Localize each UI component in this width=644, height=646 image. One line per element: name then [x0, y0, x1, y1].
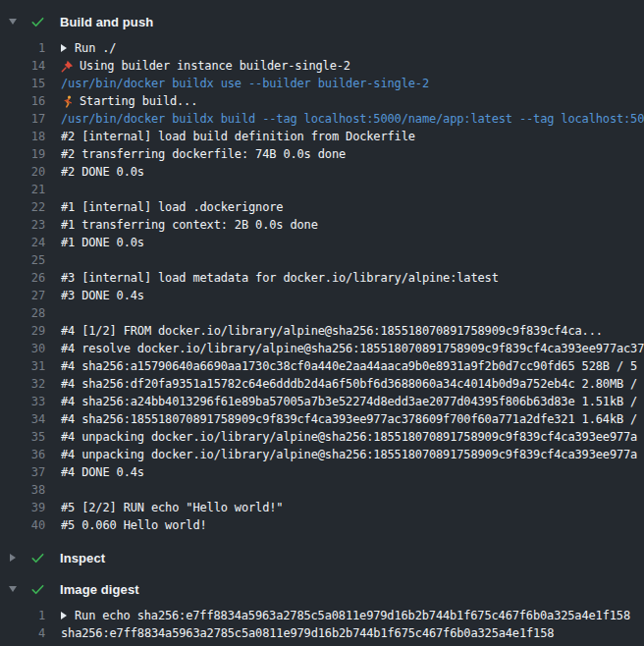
line-number-link[interactable]: 22 [0, 198, 45, 216]
log-line: 20 #2 DONE 0.0s [0, 163, 644, 181]
line-number-link[interactable]: 4 [0, 624, 45, 642]
line-number-link[interactable]: 19 [0, 145, 45, 163]
line-number-link[interactable]: 23 [0, 216, 45, 234]
log-text: #4 resolve docker.io/library/alpine@sha2… [61, 340, 644, 357]
line-number-link[interactable]: 20 [0, 163, 45, 181]
log-line: 18 #2 [internal] load build definition f… [0, 128, 644, 145]
log-line: 34 #4 sha256:185518070891758909c9f839cf4… [0, 410, 644, 428]
chevron-right-icon[interactable] [7, 554, 18, 562]
log-text: #2 [internal] load build definition from… [61, 128, 415, 145]
line-number-link[interactable]: 26 [0, 269, 45, 287]
line-number-link[interactable]: 34 [0, 410, 45, 428]
log-text: #2 DONE 0.0s [61, 163, 144, 181]
log-text: Using builder instance builder-single-2 [80, 57, 350, 75]
line-number-link[interactable]: 29 [0, 322, 45, 340]
log-text: #1 transferring context: 2B 0.0s done [61, 216, 318, 234]
chevron-down-icon[interactable] [7, 586, 18, 592]
log-line: 31 #4 sha256:a15790640a6690aa1730c38cf0a… [0, 357, 644, 375]
log-line: 35 #4 unpacking docker.io/library/alpine… [0, 428, 644, 446]
line-number-link[interactable]: 28 [0, 304, 45, 322]
line-number-link[interactable]: 18 [0, 128, 45, 145]
expand-run-icon[interactable] [61, 44, 67, 52]
section-inspect: Inspect [0, 542, 644, 573]
pushpin-icon [61, 60, 74, 73]
log-line: 27 #3 DONE 0.4s [0, 287, 644, 304]
log-text: /usr/bin/docker buildx use --builder bui… [61, 75, 429, 92]
log-line: 22 #1 [internal] load .dockerignore [0, 198, 644, 216]
log-text: sha256:e7ff8834a5963a2785c5a0811e979d16b… [61, 624, 554, 642]
log-line: 32 #4 sha256:df20fa9351a15782c64e6dddb2d… [0, 375, 644, 393]
log-line: 37 #4 DONE 0.4s [0, 463, 644, 481]
log-text: #4 sha256:a24bb4013296f61e89ba57005a7b3e… [61, 393, 637, 410]
log-text: Starting build... [80, 92, 197, 110]
section-build-and-push: Build and push 1 Run ./ 14 [0, 6, 644, 534]
line-number-link[interactable]: 27 [0, 287, 45, 304]
workflow-log-console: Build and push 1 Run ./ 14 [0, 0, 644, 642]
line-number-link[interactable]: 1 [0, 39, 45, 57]
log-line: 38 [0, 481, 644, 499]
success-check-icon [30, 551, 45, 565]
line-number-link[interactable]: 16 [0, 92, 45, 110]
line-number-link[interactable]: 38 [0, 481, 45, 499]
log-line: 36 #4 unpacking docker.io/library/alpine… [0, 446, 644, 463]
log-text: Run ./ [75, 39, 116, 57]
line-number-link[interactable]: 14 [0, 57, 45, 75]
log-line: 39 #5 [2/2] RUN echo "Hello world!" [0, 499, 644, 516]
log-line: 16 Starting build... [0, 92, 644, 110]
section-title: Image digest [60, 582, 139, 597]
log-text: #4 [1/2] FROM docker.io/library/alpine@s… [61, 322, 603, 340]
line-number-link[interactable]: 24 [0, 234, 45, 251]
section-header-build-and-push[interactable]: Build and push [0, 6, 644, 37]
line-number-link[interactable]: 31 [0, 357, 45, 375]
section-title: Inspect [60, 551, 105, 565]
line-number-link[interactable]: 37 [0, 463, 45, 481]
log-line: 33 #4 sha256:a24bb4013296f61e89ba57005a7… [0, 393, 644, 410]
log-line: 24 #1 DONE 0.0s [0, 234, 644, 251]
line-number-link[interactable]: 36 [0, 446, 45, 463]
line-number-link[interactable]: 15 [0, 75, 45, 92]
line-number-link[interactable]: 30 [0, 340, 45, 357]
log-text: #4 DONE 0.4s [61, 463, 144, 481]
log-text: #4 sha256:df20fa9351a15782c64e6dddb2d4a6… [61, 375, 637, 393]
expand-run-icon[interactable] [61, 612, 67, 619]
line-number-link[interactable]: 39 [0, 499, 45, 516]
log-text: #4 sha256:185518070891758909c9f839cf4ca3… [61, 410, 637, 428]
log-text: #4 sha256:a15790640a6690aa1730c38cf0a440… [61, 357, 637, 375]
log-text: #5 0.060 Hello world! [61, 516, 207, 534]
log-line: 29 #4 [1/2] FROM docker.io/library/alpin… [0, 322, 644, 340]
line-number-link[interactable]: 40 [0, 516, 45, 534]
log-text: Run echo sha256:e7ff8834a5963a2785c5a081… [75, 607, 630, 624]
log-line: 14 Using builder instance builder-single… [0, 57, 644, 75]
log-text: #2 transferring dockerfile: 74B 0.0s don… [61, 145, 346, 163]
section-body-build-and-push: 1 Run ./ 14 [0, 39, 644, 534]
log-line: 1 Run echo sha256:e7ff8834a5963a2785c5a0… [0, 607, 644, 624]
line-number-link[interactable]: 1 [0, 607, 45, 624]
log-line: 23 #1 transferring context: 2B 0.0s done [0, 216, 644, 234]
log-text: #3 [internal] load metadata for docker.i… [61, 269, 499, 287]
log-line: 15 /usr/bin/docker buildx use --builder … [0, 75, 644, 92]
log-line: 40 #5 0.060 Hello world! [0, 516, 644, 534]
log-text: #4 unpacking docker.io/library/alpine@sh… [61, 428, 637, 446]
log-line: 1 Run ./ [0, 39, 644, 57]
log-text: /usr/bin/docker buildx build --tag local… [61, 110, 644, 128]
section-body-image-digest: 1 Run echo sha256:e7ff8834a5963a2785c5a0… [0, 607, 644, 642]
line-number-link[interactable]: 35 [0, 428, 45, 446]
line-number-link[interactable]: 33 [0, 393, 45, 410]
runner-icon [61, 95, 74, 108]
log-line: 19 #2 transferring dockerfile: 74B 0.0s … [0, 145, 644, 163]
line-number-link[interactable]: 32 [0, 375, 45, 393]
log-text: #5 [2/2] RUN echo "Hello world!" [61, 499, 283, 516]
line-number-link[interactable]: 25 [0, 251, 45, 269]
log-line: 21 [0, 181, 644, 198]
success-check-icon [30, 582, 45, 597]
line-number-link[interactable]: 21 [0, 181, 45, 198]
log-line: 28 [0, 304, 644, 322]
section-header-inspect[interactable]: Inspect [0, 542, 644, 573]
section-header-image-digest[interactable]: Image digest [0, 573, 644, 605]
line-number-link[interactable]: 17 [0, 110, 45, 128]
log-line: 17 /usr/bin/docker buildx build --tag lo… [0, 110, 644, 128]
section-title: Build and push [60, 15, 153, 29]
chevron-down-icon[interactable] [7, 19, 18, 25]
log-text: #4 unpacking docker.io/library/alpine@sh… [61, 446, 637, 463]
log-text: #3 DONE 0.4s [61, 287, 144, 304]
